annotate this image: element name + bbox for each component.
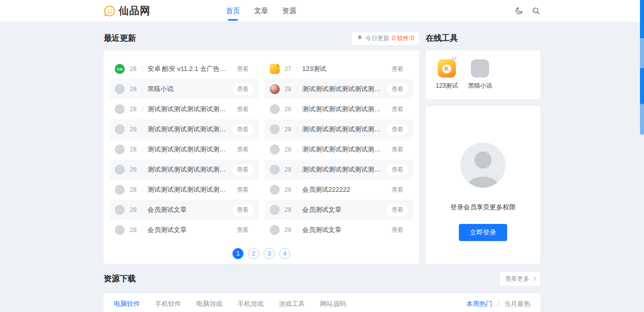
login-card: 登录会员享受更多权限 立即登录 <box>426 106 540 264</box>
tool-item[interactable]: 123测试 <box>434 59 460 99</box>
item-title[interactable]: 测试测试测试测试测试测试测试测试 <box>147 105 228 114</box>
view-link[interactable]: 查看 <box>387 164 408 176</box>
view-link[interactable]: 查看 <box>232 204 254 216</box>
list-item: 28 测试测试测试测试测试测试测试测试 查看 <box>265 79 414 99</box>
logo-smiley-icon <box>104 5 116 17</box>
item-title[interactable]: 会员测试222222 <box>302 185 383 194</box>
tab-item[interactable]: 游戏工具 <box>279 293 305 312</box>
item-icon <box>115 205 125 215</box>
divider <box>142 187 142 193</box>
item-icon <box>270 144 280 154</box>
view-link[interactable]: 查看 <box>387 124 408 135</box>
view-more-button[interactable]: 查看更多 <box>500 272 540 286</box>
view-link[interactable]: 查看 <box>387 104 408 115</box>
nav-item[interactable]: 资源 <box>282 0 296 22</box>
item-title[interactable]: 测试测试测试测试测试测试测试测试 <box>147 145 228 154</box>
section-title-recent: 最近更新 <box>104 33 136 44</box>
item-title[interactable]: 会员测试文章 <box>147 205 228 214</box>
tab-item[interactable]: 手机软件 <box>155 293 181 312</box>
site-logo[interactable]: 仙品网 <box>104 4 150 18</box>
item-title[interactable]: 测试测试测试测试测试测试测试测试 <box>302 105 383 114</box>
search-icon[interactable] <box>531 7 540 16</box>
view-link[interactable]: 查看 <box>232 164 254 176</box>
tab-item[interactable]: 电脑游戏 <box>196 293 222 312</box>
badge-count: 0 软件:0 <box>392 34 414 43</box>
view-link[interactable]: 查看 <box>232 124 254 135</box>
view-link[interactable]: 查看 <box>232 63 254 75</box>
page-button[interactable]: 2 <box>248 248 259 259</box>
nav-item[interactable]: 文章 <box>254 0 268 22</box>
divider <box>142 127 142 132</box>
scrollbar-thumb[interactable] <box>640 0 644 38</box>
item-title[interactable]: 测试测试测试测试测试测试测试测试 <box>147 125 228 134</box>
sort-month-link[interactable]: 当月最热 <box>504 299 530 308</box>
recent-list-column-2: 27 123测试 查看 28 测试测试测试测试测试测试测试测试 <box>265 59 414 240</box>
view-link[interactable]: 查看 <box>232 224 254 236</box>
item-title[interactable]: 测试测试测试测试测试测试测试测试 <box>147 185 228 194</box>
item-icon <box>270 225 280 235</box>
item-number: 26 <box>130 65 139 72</box>
item-number: 28 <box>130 126 139 133</box>
item-title[interactable]: 123测试 <box>302 64 383 73</box>
item-icon <box>115 124 125 134</box>
resources-card: 电脑软件 手机软件 电脑游戏 手机游戏 游戏工具 网站源码 本周热门 / 当月最… <box>104 293 540 312</box>
item-icon <box>270 104 280 114</box>
today-update-badge: 今日更新 0 软件:0 <box>352 32 419 45</box>
item-icon <box>270 84 280 94</box>
chevron-right-icon <box>532 277 536 281</box>
list-item: 28 测试测试测试测试测试测试测试测试 查看 <box>265 160 414 180</box>
badge-prefix: 今日更新 <box>365 34 389 43</box>
scrollbar-thumb[interactable] <box>640 68 644 104</box>
view-link[interactable]: 查看 <box>232 84 254 95</box>
login-button[interactable]: 立即登录 <box>459 224 507 241</box>
avatar-body <box>467 177 499 188</box>
view-link[interactable]: 查看 <box>387 63 408 75</box>
view-link[interactable]: 查看 <box>232 144 254 155</box>
divider <box>142 107 142 112</box>
page-button[interactable]: 1 <box>232 248 244 259</box>
view-link[interactable]: 查看 <box>387 84 408 95</box>
view-link[interactable]: 查看 <box>387 144 408 155</box>
page-button[interactable]: 4 <box>279 248 290 259</box>
divider <box>142 207 142 213</box>
divider <box>297 87 297 92</box>
view-link[interactable]: 查看 <box>387 204 408 216</box>
item-title[interactable]: 测试测试测试测试测试测试测试测试 <box>302 125 383 134</box>
dark-mode-toggle-icon[interactable] <box>514 7 523 16</box>
item-title[interactable]: 会员测试文章 <box>302 205 383 214</box>
view-link[interactable]: 查看 <box>232 104 254 115</box>
item-title[interactable]: 测试测试测试测试测试测试测试测试 <box>147 165 228 174</box>
view-link[interactable]: 查看 <box>387 184 408 196</box>
section-title-tools: 在线工具 <box>426 33 458 44</box>
nav-item[interactable]: 首页 <box>226 0 240 22</box>
list-item: 28 会员测试文章 查看 <box>265 200 414 220</box>
item-title[interactable]: 测试测试测试测试测试测试测试测试 <box>302 165 383 174</box>
item-icon <box>270 205 280 215</box>
view-link[interactable]: 查看 <box>387 224 408 236</box>
item-title[interactable]: 测试测试测试测试测试测试测试测试 <box>302 85 383 94</box>
item-title[interactable]: 会员测试文章 <box>147 225 228 235</box>
tool-item[interactable]: 黑猫小说 <box>467 59 493 99</box>
sort-week-link[interactable]: 本周热门 <box>466 299 493 308</box>
page-button[interactable]: 3 <box>264 248 275 259</box>
item-title[interactable]: 测试测试测试测试测试测试测试测试 <box>302 145 383 154</box>
list-item: 28 测试测试测试测试测试测试测试测试 查看 <box>110 119 259 139</box>
view-link[interactable]: 查看 <box>232 184 254 196</box>
divider <box>297 207 297 213</box>
item-title[interactable]: 安卓 酷安 v11.2.1 去广告优化版 <box>147 64 228 73</box>
item-title[interactable]: 黑猫小说 <box>147 85 228 94</box>
view-more-label: 查看更多 <box>505 275 529 283</box>
tab-item[interactable]: 电脑软件 <box>114 293 140 312</box>
divider <box>142 227 142 233</box>
avatar-head <box>474 151 492 169</box>
recent-list-column-1: 26 安卓 酷安 v11.2.1 去广告优化版 查看 28 黑猫小说 <box>110 59 259 240</box>
list-item: 28 测试测试测试测试测试测试测试测试 查看 <box>110 99 259 119</box>
item-number: 28 <box>130 206 139 213</box>
divider <box>297 107 297 112</box>
tab-item[interactable]: 手机游戏 <box>237 293 264 312</box>
list-item: 28 测试测试测试测试测试测试测试测试 查看 <box>265 119 414 139</box>
item-title[interactable]: 会员测试文章 <box>302 225 383 235</box>
scrollbar[interactable] <box>640 0 644 135</box>
tab-item[interactable]: 网站源码 <box>320 293 346 312</box>
recent-updates-card: 26 安卓 酷安 v11.2.1 去广告优化版 查看 28 黑猫小说 <box>104 50 419 264</box>
